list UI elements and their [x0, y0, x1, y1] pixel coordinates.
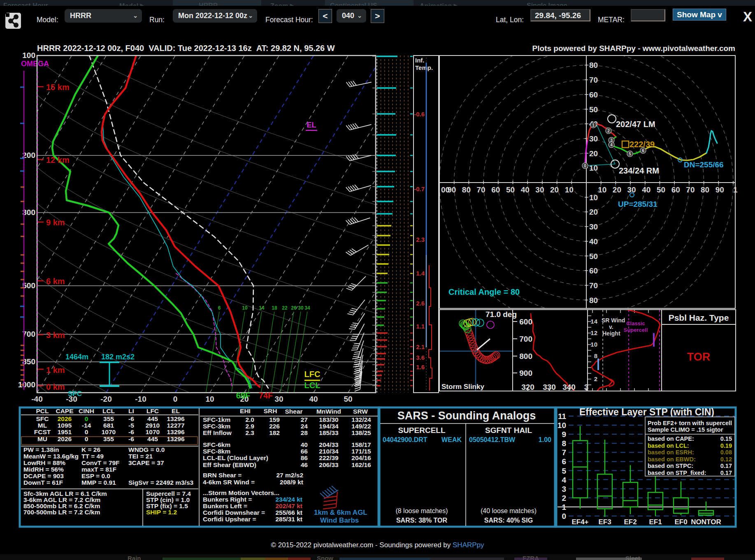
svg-text:9: 9 [562, 430, 566, 439]
svg-text:based on ESRH:: based on ESRH: [648, 449, 694, 456]
svg-text:SRH: SRH [264, 407, 277, 414]
svg-text:40: 40 [309, 395, 318, 403]
svg-text:SUPERCELL: SUPERCELL [398, 426, 445, 435]
svg-text:(8 loose matches): (8 loose matches) [395, 507, 448, 514]
svg-text:2910: 2910 [146, 422, 160, 429]
svg-text:05050412.TBW: 05050412.TBW [469, 436, 516, 443]
svg-text:10: 10 [558, 421, 566, 430]
svg-text:900: 900 [519, 369, 532, 377]
svg-text:based on STP_fixed:: based on STP_fixed: [648, 470, 706, 476]
svg-text:1070: 1070 [146, 428, 160, 435]
svg-text:5: 5 [562, 467, 566, 475]
svg-text:based on LCL:: based on LCL: [648, 442, 689, 449]
svg-text:14: 14 [259, 305, 265, 311]
svg-text:1.1: 1.1 [416, 323, 425, 330]
svg-text:40: 40 [521, 185, 530, 194]
svg-text:222/39: 222/39 [319, 454, 339, 461]
svg-text:70: 70 [686, 185, 695, 194]
svg-text:50: 50 [657, 185, 665, 194]
svg-text:2.6: 2.6 [416, 300, 425, 307]
svg-text:CINH: CINH [79, 407, 94, 414]
svg-text:7: 7 [562, 448, 566, 457]
svg-text:700-500mb LR = 7.2 C/km: 700-500mb LR = 7.2 C/km [23, 509, 100, 516]
svg-text:Sample CLIMO = .15 sigtor: Sample CLIMO = .15 sigtor [648, 426, 723, 433]
svg-text:40: 40 [642, 185, 650, 194]
svg-text:EHI: EHI [240, 407, 251, 414]
svg-text:20: 20 [589, 149, 598, 158]
svg-text:0.12: 0.12 [720, 456, 732, 463]
svg-text:12: 12 [590, 329, 597, 336]
svg-text:162/16: 162/16 [351, 461, 371, 468]
svg-text:30: 30 [589, 134, 598, 143]
svg-text:86: 86 [301, 454, 308, 461]
svg-text:70: 70 [477, 185, 486, 194]
svg-text:LFC: LFC [304, 370, 321, 379]
svg-text:208/9 kt: 208/9 kt [280, 479, 303, 486]
svg-text:2: 2 [594, 375, 597, 382]
svg-text:Wind Barbs: Wind Barbs [320, 516, 359, 524]
svg-text:SFC-8km: SFC-8km [203, 448, 230, 455]
svg-text:04042900.DRT: 04042900.DRT [383, 436, 427, 443]
svg-text:12277: 12277 [167, 422, 184, 429]
svg-text:0: 0 [173, 395, 178, 403]
svg-text:SR Wind: SR Wind [602, 317, 625, 324]
svg-text:681: 681 [103, 422, 114, 429]
svg-text:60: 60 [589, 90, 598, 99]
svg-text:HRRR 2022-12-12 00z, F040 VAL: HRRR 2022-12-12 00z, F040 VALID: Tue 202… [37, 44, 335, 53]
svg-text:6 km: 6 km [46, 277, 65, 286]
svg-text:2.3: 2.3 [245, 429, 254, 436]
svg-text:6: 6 [218, 305, 221, 311]
svg-text:ConvT = 79F: ConvT = 79F [81, 459, 120, 466]
svg-text:Corfidi Upshear =: Corfidi Upshear = [203, 516, 256, 523]
svg-text:OMEGA: OMEGA [21, 60, 49, 68]
svg-text:EF3: EF3 [598, 518, 611, 526]
svg-text:206/33: 206/33 [319, 461, 339, 468]
svg-text:based on STPC:: based on STPC: [648, 463, 693, 469]
svg-text:50: 50 [589, 105, 598, 114]
svg-text:202/47 LM: 202/47 LM [616, 120, 655, 129]
svg-text:50: 50 [589, 252, 598, 261]
svg-text:132/24: 132/24 [351, 416, 371, 423]
svg-text:234/24 kt: 234/24 kt [276, 496, 303, 503]
svg-text:Supercell: Supercell [624, 327, 648, 333]
svg-text:70: 70 [589, 281, 598, 290]
svg-text:ML: ML [38, 422, 47, 429]
svg-text:4: 4 [562, 476, 566, 484]
svg-text:30: 30 [535, 185, 544, 194]
svg-text:SFC: SFC [36, 415, 49, 422]
svg-text:SARS: 40% SIG: SARS: 40% SIG [484, 517, 533, 524]
svg-text:0.17: 0.17 [720, 470, 732, 476]
svg-text:20: 20 [589, 208, 598, 216]
svg-text:204/33: 204/33 [319, 441, 339, 448]
svg-text:30: 30 [274, 395, 283, 403]
svg-text:-20: -20 [100, 395, 112, 403]
svg-text:0: 0 [562, 512, 566, 521]
svg-text:0.19: 0.19 [720, 442, 732, 449]
svg-text:NONTOR: NONTOR [691, 518, 721, 526]
svg-text:1 km: 1 km [46, 366, 65, 375]
svg-text:SFC-1km: SFC-1km [203, 416, 230, 423]
svg-text:Bunkers Left =: Bunkers Left = [203, 502, 247, 509]
svg-text:LowRH = 88%: LowRH = 88% [23, 459, 65, 466]
svg-text:2.0: 2.0 [245, 416, 254, 423]
svg-text:PCL: PCL [36, 407, 49, 414]
svg-text:SFC-6km: SFC-6km [203, 441, 230, 448]
svg-text:185/33: 185/33 [319, 429, 339, 436]
svg-text:1070: 1070 [102, 428, 116, 435]
svg-text:EF4+: EF4+ [571, 518, 588, 526]
svg-text:1464m: 1464m [65, 353, 88, 361]
svg-text:6: 6 [562, 457, 566, 466]
svg-text:138/25: 138/25 [351, 429, 371, 436]
svg-text:Inf.: Inf. [415, 57, 425, 64]
svg-text:Eff Inflow: Eff Inflow [203, 429, 232, 436]
svg-text:Storm Slinky: Storm Slinky [441, 383, 484, 391]
svg-text:MidRH = 56%: MidRH = 56% [23, 466, 64, 473]
svg-text:Classic: Classic [626, 320, 645, 326]
svg-text:1: 1 [592, 123, 595, 127]
svg-text:-14: -14 [82, 422, 91, 429]
svg-text:50: 50 [344, 395, 352, 403]
svg-text:22: 22 [282, 305, 288, 311]
svg-text:285/31 kt: 285/31 kt [276, 516, 303, 523]
svg-text:LCL: LCL [304, 381, 321, 390]
svg-text:182: 182 [269, 429, 280, 436]
